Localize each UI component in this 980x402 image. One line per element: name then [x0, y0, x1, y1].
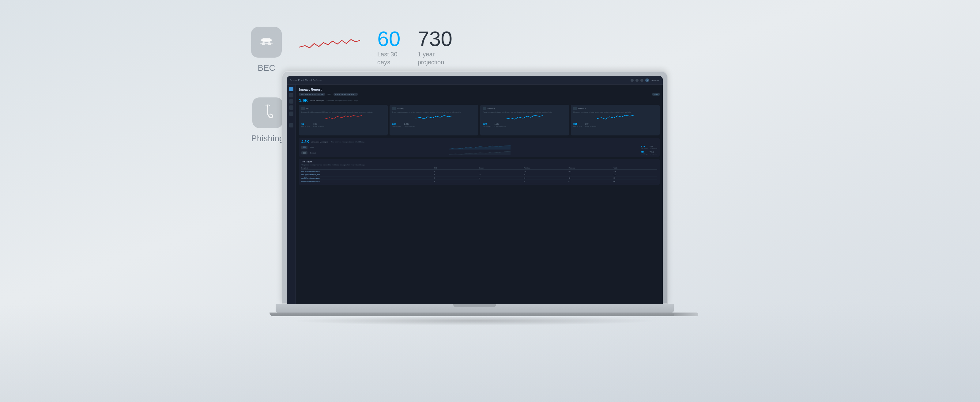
- phishing2-card-header: Phishing: [483, 107, 566, 110]
- spam-stat2: 45K: [649, 145, 657, 148]
- th-bec: BEC: [434, 167, 477, 169]
- total-blocked-value: 1.9K: [299, 98, 308, 103]
- malicious-card-stat2-sub: 1 year projection: [585, 125, 596, 127]
- bec-card-stat1-sub: Last 30 days: [301, 125, 310, 127]
- td-4-phishing: 0: [524, 180, 568, 182]
- bec-card-icon: [301, 107, 305, 110]
- metric-cards-row: BEC Business Email Compromise (BEC) are …: [299, 105, 660, 136]
- topbar-right: A DemoUser: [630, 78, 660, 82]
- graymail-stat2: 7.3K: [649, 151, 657, 153]
- malicious-card-stat2-wrap: 10K 1 year projection: [585, 123, 596, 127]
- bec-card-stat2-wrap: 730 1 year projection: [313, 123, 324, 127]
- screen-body: Impact Report Start: Feb 13, 2023 2:02 P…: [286, 85, 663, 304]
- phishing1-card-stat2-sub: 1 year projection: [404, 125, 415, 127]
- td-1-malicious: 303: [569, 171, 612, 172]
- phishing2-card-sparkline: [483, 115, 566, 120]
- spam-stat1-sub: Last 30 days: [641, 148, 648, 149]
- malicious-card-stat1-wrap: 825 Last 30 days: [573, 123, 582, 127]
- phishing1-card-label: Phishing: [397, 108, 404, 109]
- export-button[interactable]: Export: [652, 93, 660, 96]
- graymail-label: Graymail: [310, 152, 319, 154]
- total-blocked-sub: • Total threat messages blocked in last …: [326, 100, 358, 101]
- th-totals: Totals: [613, 167, 657, 169]
- svg-rect-6: [270, 43, 272, 44]
- spam-row: Spam 3.7K Last 30 days: [301, 145, 657, 150]
- date-end-value: Mar 6, 2024 4:02 PM (PT): [335, 93, 356, 95]
- laptop-cable: [674, 313, 698, 316]
- bec-card-stat2: 730: [313, 123, 324, 125]
- screen-topbar: Secure Email Threat Defense A DemoUser: [286, 76, 663, 85]
- phishing1-metric-card: Phishing Threat messages designed to tri…: [390, 105, 478, 136]
- sidebar-item-home[interactable]: [289, 87, 293, 91]
- td-4-malicious: 42: [569, 180, 612, 182]
- date-start-badge: Start: Feb 13, 2023 2:02 PM: [299, 93, 325, 96]
- phishing2-card-stat2-sub: 1 year projection: [494, 125, 506, 127]
- td-4-recipient: user4@targetcompany.com: [301, 180, 433, 182]
- td-3-recipient: user3@targetcompany.com: [301, 177, 433, 179]
- td-2-phishing: 25: [524, 174, 568, 175]
- spam-stats: 3.7K Last 30 days 45K 1 yr projection: [641, 145, 657, 149]
- laptop-shadow: [291, 316, 659, 325]
- phishing2-card-icon: [483, 107, 486, 110]
- graymail-icon: [303, 152, 305, 154]
- unwanted-label: Unwanted Messages: [311, 141, 328, 143]
- bec-card-stat1: 60: [301, 123, 310, 125]
- bec-card-stat1-wrap: 60 Last 30 days: [301, 123, 310, 127]
- topbar-icon-3: [640, 79, 643, 82]
- td-4-totals: 44: [613, 180, 657, 182]
- malicious-card-desc: Messages containing malware, ransomware …: [573, 111, 657, 113]
- spam-icon-box: [301, 146, 307, 149]
- total-blocked-row: 1.9K Threat Messages • Total threat mess…: [299, 98, 660, 103]
- phishing1-card-header: Phishing: [392, 107, 476, 110]
- svg-rect-1: [261, 40, 272, 41]
- table-header: Recipient BEC Sender Phishing Malicious …: [301, 167, 657, 170]
- sidebar-item-6[interactable]: [289, 123, 293, 128]
- malicious-card-header: Malicious: [573, 107, 657, 110]
- td-1-sender: 2: [479, 171, 522, 172]
- phishing2-card-stat1-sub: Last 30 days: [483, 125, 491, 127]
- malicious-card-label: Malicious: [578, 108, 586, 109]
- spam-chart: [321, 145, 638, 150]
- phishing1-card-icon: [392, 107, 396, 110]
- sidebar-item-5[interactable]: [289, 112, 293, 116]
- screen-content: Secure Email Threat Defense A DemoUser: [286, 76, 663, 304]
- date-end-badge: Mar 6, 2024 4:02 PM (PT): [334, 93, 358, 96]
- targets-title: Top Targets: [301, 161, 657, 163]
- graymail-icon-box: [301, 152, 307, 155]
- bec-metric-card: BEC Business Email Compromise (BEC) are …: [299, 105, 388, 136]
- spam-stat1-wrap: 3.7K Last 30 days: [641, 145, 648, 149]
- total-blocked-label: Threat Messages: [310, 100, 324, 101]
- phishing2-card-stat2: 19K: [494, 123, 506, 125]
- topbar-icon-1: [630, 79, 634, 82]
- svg-rect-4: [266, 43, 267, 45]
- bec-stat-projection: 730 1 yearprojection: [418, 28, 452, 66]
- topbar-avatar: A: [645, 78, 649, 82]
- td-1-recipient: user1@targetcompany.com: [301, 171, 433, 172]
- phishing1-card-stat1-sub: Last 30 days: [392, 125, 401, 127]
- td-1-totals: 519: [613, 171, 657, 172]
- td-2-malicious: 87: [569, 174, 612, 175]
- date-separator: GMT: [328, 93, 331, 95]
- graymail-row: Graymail 621 Last 30 days: [301, 151, 657, 155]
- bec-card-desc: Business Email Compromise (BEC) are soph…: [301, 111, 385, 113]
- laptop-screen-bezel: Secure Email Threat Defense A DemoUser: [286, 76, 663, 304]
- spam-stat2-sub: 1 yr projection: [649, 148, 657, 149]
- table-row-2: user2@targetcompany.com 0 10 25 87 122: [301, 173, 657, 177]
- svg-point-2: [261, 42, 266, 45]
- malicious-card-stat1-sub: Last 30 days: [573, 125, 582, 127]
- targets-section: Top Targets The protection recipient(s) …: [299, 159, 660, 185]
- malicious-card-sparkline: [573, 115, 657, 120]
- td-4-sender: 2: [479, 180, 522, 182]
- spam-stat2-wrap: 45K 1 yr projection: [649, 145, 657, 149]
- table-row-1: user1@targetcompany.com 0 2 214 303 519: [301, 170, 657, 173]
- unwanted-sub: • Total unwanted messages blocked in las…: [330, 141, 364, 143]
- sidebar-item-3[interactable]: [289, 99, 293, 104]
- th-recipient: Recipient: [301, 167, 433, 169]
- topbar-icon-2: [635, 79, 638, 82]
- phishing2-card-desc: Threat messages designed to trick users …: [483, 111, 566, 113]
- td-1-bec: 0: [434, 171, 477, 172]
- screen-main: Impact Report Start: Feb 13, 2023 2:02 P…: [296, 85, 663, 304]
- bec-card: BEC 60 Last 30days 730 1 yearprojection: [251, 27, 469, 73]
- sidebar-item-2[interactable]: [289, 93, 293, 97]
- sidebar-item-4[interactable]: [289, 105, 293, 110]
